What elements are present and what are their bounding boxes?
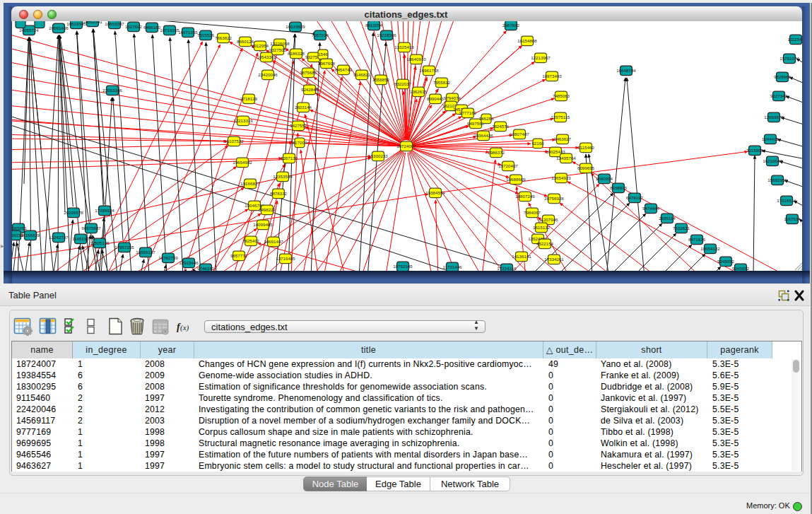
svg-text:3498222: 3498222 — [259, 207, 276, 212]
svg-text:10654122: 10654122 — [700, 246, 720, 251]
svg-text:9245652: 9245652 — [732, 266, 750, 271]
svg-text:10688609: 10688609 — [506, 177, 526, 182]
svg-text:16671355: 16671355 — [178, 30, 198, 35]
svg-text:9427552: 9427552 — [290, 123, 307, 128]
svg-text:1362615: 1362615 — [410, 89, 428, 94]
svg-text:1167534: 1167534 — [784, 216, 801, 221]
svg-text:6479197: 6479197 — [626, 195, 644, 200]
svg-text:1615132: 1615132 — [533, 225, 551, 230]
svg-text:10653287: 10653287 — [105, 21, 124, 26]
svg-text:1112343: 1112343 — [787, 37, 802, 42]
svg-text:8267130: 8267130 — [281, 156, 298, 160]
svg-text:6466160: 6466160 — [143, 25, 161, 30]
svg-text:8878332: 8878332 — [270, 191, 288, 196]
svg-text:12242737: 12242737 — [49, 235, 69, 240]
svg-text:8322037: 8322037 — [394, 81, 412, 86]
svg-text:2718129: 2718129 — [240, 96, 258, 101]
svg-text:9146821: 9146821 — [353, 72, 371, 77]
svg-text:20691406: 20691406 — [49, 25, 69, 30]
svg-text:15720407: 15720407 — [498, 163, 518, 168]
svg-text:62160: 62160 — [531, 141, 544, 146]
svg-text:15751074: 15751074 — [779, 56, 799, 61]
svg-text:3624574: 3624574 — [492, 124, 510, 129]
svg-text:7485063: 7485063 — [553, 93, 570, 98]
svg-text:20756928: 20756928 — [544, 196, 564, 201]
svg-text:10973493: 10973493 — [542, 74, 562, 78]
svg-text:7663822: 7663822 — [215, 35, 233, 40]
svg-text:2987682: 2987682 — [502, 23, 520, 28]
svg-text:7984067: 7984067 — [524, 210, 541, 215]
svg-text:1558852: 1558852 — [372, 77, 390, 82]
svg-text:14691447: 14691447 — [264, 239, 283, 244]
svg-text:18852341: 18852341 — [83, 21, 102, 24]
svg-text:9529966: 9529966 — [774, 74, 792, 79]
svg-text:90975887: 90975887 — [81, 226, 101, 230]
svg-text:14136141: 14136141 — [512, 254, 531, 259]
svg-text:7955812: 7955812 — [433, 80, 451, 85]
svg-text:4385051: 4385051 — [12, 226, 28, 230]
svg-text:9794074: 9794074 — [444, 95, 461, 100]
svg-text:9657771: 9657771 — [230, 253, 248, 258]
svg-text:19218506: 19218506 — [377, 33, 396, 37]
svg-text:13654923: 13654923 — [551, 175, 571, 180]
svg-text:12213319: 12213319 — [233, 118, 253, 123]
svg-text:7625402: 7625402 — [242, 238, 260, 243]
svg-text:16107532: 16107532 — [224, 139, 244, 144]
svg-text:746266: 746266 — [479, 116, 494, 121]
svg-text:17334261: 17334261 — [544, 257, 564, 262]
svg-text:16210643: 16210643 — [763, 158, 782, 163]
svg-text:12975115: 12975115 — [551, 115, 570, 119]
svg-text:14099485: 14099485 — [253, 222, 273, 227]
svg-text:11731446: 11731446 — [442, 264, 462, 269]
svg-text:22053346: 22053346 — [102, 88, 122, 93]
svg-text:2603144: 2603144 — [295, 105, 312, 110]
svg-text:11207946: 11207946 — [539, 217, 558, 222]
svg-text:11156829: 11156829 — [21, 233, 40, 238]
svg-text:8912954: 8912954 — [252, 43, 269, 48]
svg-text:16154808: 16154808 — [517, 38, 537, 43]
svg-text:15692951: 15692951 — [767, 177, 787, 182]
svg-text:(x): (x) — [180, 323, 189, 332]
svg-text:9327505: 9327505 — [269, 47, 287, 52]
svg-text:10807487: 10807487 — [510, 132, 529, 136]
svg-text:1244415: 1244415 — [762, 136, 779, 141]
svg-text:18640910: 18640910 — [406, 57, 426, 62]
svg-text:12093872: 12093872 — [764, 115, 784, 119]
svg-text:9463627: 9463627 — [554, 136, 572, 141]
svg-text:7515526: 7515526 — [197, 33, 215, 37]
svg-text:10719155: 10719155 — [160, 28, 180, 33]
svg-text:8938923: 8938923 — [610, 185, 628, 190]
svg-text:19654982: 19654982 — [233, 160, 252, 165]
svg-text:19166827: 19166827 — [240, 181, 260, 186]
svg-text:15300233: 15300233 — [368, 153, 388, 158]
svg-text:9777169: 9777169 — [459, 110, 477, 115]
svg-text:17334216: 17334216 — [497, 266, 517, 271]
svg-text:12505135: 12505135 — [90, 240, 110, 245]
svg-text:10543362: 10543362 — [257, 54, 276, 59]
svg-text:23420046: 23420046 — [258, 72, 278, 77]
svg-text:817004: 817004 — [293, 140, 307, 145]
svg-text:3215955: 3215955 — [746, 148, 764, 153]
svg-text:2986372: 2986372 — [488, 150, 505, 155]
svg-text:9474444: 9474444 — [642, 206, 660, 211]
svg-text:1527602: 1527602 — [125, 24, 143, 29]
svg-text:19384554: 19384554 — [425, 190, 445, 195]
svg-text:17016514: 17016514 — [777, 198, 796, 203]
svg-text:13495764: 13495764 — [556, 156, 576, 160]
svg-text:13716485: 13716485 — [276, 256, 295, 261]
svg-text:8990443: 8990443 — [427, 96, 445, 101]
svg-text:1145190: 1145190 — [72, 236, 89, 241]
svg-text:3875685: 3875685 — [300, 70, 317, 75]
svg-text:16961758: 16961758 — [419, 68, 439, 73]
svg-text:13325419: 13325419 — [394, 45, 414, 49]
svg-text:9748341: 9748341 — [197, 266, 215, 271]
svg-text:10752345: 10752345 — [393, 264, 413, 269]
svg-text:16958127: 16958127 — [136, 250, 155, 255]
svg-text:1640954: 1640954 — [596, 176, 613, 181]
svg-text:9115460: 9115460 — [577, 145, 594, 150]
svg-text:20206578: 20206578 — [64, 210, 83, 215]
svg-text:4522154: 4522154 — [536, 241, 554, 246]
svg-text:12213967: 12213967 — [531, 55, 551, 60]
svg-text:7632621: 7632621 — [673, 226, 690, 230]
svg-text:16033809: 16033809 — [286, 24, 305, 29]
